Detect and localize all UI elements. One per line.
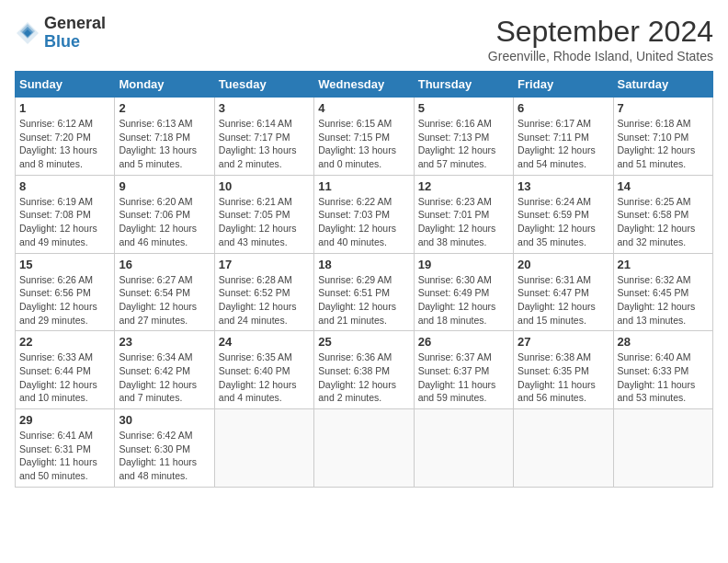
- day-number: 18: [318, 258, 409, 271]
- calendar-cell: 3Sunrise: 6:14 AM Sunset: 7:17 PM Daylig…: [214, 98, 313, 176]
- day-detail: Sunrise: 6:26 AM Sunset: 6:56 PM Dayligh…: [19, 273, 110, 327]
- location-subtitle: Greenville, Rhode Island, United States: [488, 49, 713, 63]
- calendar-week-row: 8Sunrise: 6:19 AM Sunset: 7:08 PM Daylig…: [16, 175, 713, 253]
- calendar-cell: [613, 409, 712, 488]
- day-detail: Sunrise: 6:15 AM Sunset: 7:15 PM Dayligh…: [318, 117, 409, 171]
- day-detail: Sunrise: 6:36 AM Sunset: 6:38 PM Dayligh…: [318, 350, 409, 405]
- calendar-week-row: 29Sunrise: 6:41 AM Sunset: 6:31 PM Dayli…: [16, 409, 713, 488]
- day-detail: Sunrise: 6:17 AM Sunset: 7:11 PM Dayligh…: [518, 117, 609, 171]
- calendar-cell: 10Sunrise: 6:21 AM Sunset: 7:05 PM Dayli…: [214, 175, 313, 253]
- calendar-cell: 25Sunrise: 6:36 AM Sunset: 6:38 PM Dayli…: [314, 331, 414, 409]
- calendar-cell: 8Sunrise: 6:19 AM Sunset: 7:08 PM Daylig…: [16, 175, 115, 253]
- calendar-cell: [314, 409, 414, 488]
- calendar-cell: 19Sunrise: 6:30 AM Sunset: 6:49 PM Dayli…: [414, 253, 513, 331]
- calendar-cell: 28Sunrise: 6:40 AM Sunset: 6:33 PM Dayli…: [613, 331, 712, 409]
- calendar-cell: 13Sunrise: 6:24 AM Sunset: 6:59 PM Dayli…: [514, 175, 613, 253]
- calendar-cell: 22Sunrise: 6:33 AM Sunset: 6:44 PM Dayli…: [16, 331, 115, 409]
- day-detail: Sunrise: 6:21 AM Sunset: 7:05 PM Dayligh…: [219, 195, 310, 249]
- calendar-cell: 4Sunrise: 6:15 AM Sunset: 7:15 PM Daylig…: [314, 98, 414, 176]
- day-number: 25: [318, 335, 409, 349]
- day-number: 24: [219, 335, 310, 349]
- day-detail: Sunrise: 6:42 AM Sunset: 6:30 PM Dayligh…: [119, 429, 210, 483]
- calendar-cell: 5Sunrise: 6:16 AM Sunset: 7:13 PM Daylig…: [414, 98, 513, 176]
- header-thursday: Thursday: [414, 72, 513, 98]
- calendar-cell: 14Sunrise: 6:25 AM Sunset: 6:58 PM Dayli…: [613, 175, 712, 253]
- day-detail: Sunrise: 6:40 AM Sunset: 6:33 PM Dayligh…: [618, 350, 709, 405]
- calendar-cell: 16Sunrise: 6:27 AM Sunset: 6:54 PM Dayli…: [115, 253, 214, 331]
- calendar-cell: 24Sunrise: 6:35 AM Sunset: 6:40 PM Dayli…: [214, 331, 313, 409]
- calendar-cell: 29Sunrise: 6:41 AM Sunset: 6:31 PM Dayli…: [16, 409, 115, 488]
- day-detail: Sunrise: 6:29 AM Sunset: 6:51 PM Dayligh…: [318, 273, 409, 327]
- calendar-cell: 9Sunrise: 6:20 AM Sunset: 7:06 PM Daylig…: [115, 175, 214, 253]
- day-detail: Sunrise: 6:16 AM Sunset: 7:13 PM Dayligh…: [418, 117, 509, 171]
- day-detail: Sunrise: 6:34 AM Sunset: 6:42 PM Dayligh…: [119, 350, 210, 405]
- day-number: 13: [518, 179, 609, 193]
- page-header: General Blue September 2024 Greenville, …: [15, 15, 713, 63]
- day-number: 23: [119, 335, 210, 349]
- header-friday: Friday: [514, 72, 613, 98]
- day-detail: Sunrise: 6:19 AM Sunset: 7:08 PM Dayligh…: [19, 195, 110, 249]
- header-wednesday: Wednesday: [314, 72, 414, 98]
- day-number: 19: [418, 258, 509, 271]
- calendar-cell: 11Sunrise: 6:22 AM Sunset: 7:03 PM Dayli…: [314, 175, 414, 253]
- calendar-cell: 20Sunrise: 6:31 AM Sunset: 6:47 PM Dayli…: [514, 253, 613, 331]
- day-number: 5: [418, 101, 509, 115]
- logo-icon: [15, 20, 40, 46]
- day-number: 17: [219, 258, 310, 271]
- calendar-cell: [414, 409, 513, 488]
- day-number: 16: [119, 258, 210, 271]
- day-number: 29: [19, 413, 110, 427]
- day-number: 14: [618, 179, 709, 193]
- calendar-cell: 26Sunrise: 6:37 AM Sunset: 6:37 PM Dayli…: [414, 331, 513, 409]
- day-detail: Sunrise: 6:33 AM Sunset: 6:44 PM Dayligh…: [19, 350, 110, 405]
- calendar-cell: [514, 409, 613, 488]
- day-detail: Sunrise: 6:31 AM Sunset: 6:47 PM Dayligh…: [518, 273, 609, 327]
- header-tuesday: Tuesday: [214, 72, 313, 98]
- day-number: 30: [119, 413, 210, 427]
- day-number: 4: [318, 101, 409, 115]
- header-monday: Monday: [115, 72, 214, 98]
- day-detail: Sunrise: 6:32 AM Sunset: 6:45 PM Dayligh…: [618, 273, 709, 327]
- logo: General Blue: [15, 15, 106, 52]
- day-detail: Sunrise: 6:27 AM Sunset: 6:54 PM Dayligh…: [119, 273, 210, 327]
- calendar-cell: 30Sunrise: 6:42 AM Sunset: 6:30 PM Dayli…: [115, 409, 214, 488]
- calendar-week-row: 22Sunrise: 6:33 AM Sunset: 6:44 PM Dayli…: [16, 331, 713, 409]
- day-detail: Sunrise: 6:22 AM Sunset: 7:03 PM Dayligh…: [318, 195, 409, 249]
- day-detail: Sunrise: 6:41 AM Sunset: 6:31 PM Dayligh…: [19, 429, 110, 483]
- calendar-cell: 17Sunrise: 6:28 AM Sunset: 6:52 PM Dayli…: [214, 253, 313, 331]
- calendar-cell: 23Sunrise: 6:34 AM Sunset: 6:42 PM Dayli…: [115, 331, 214, 409]
- day-number: 7: [618, 101, 709, 115]
- header-saturday: Saturday: [613, 72, 712, 98]
- day-number: 26: [418, 335, 509, 349]
- day-detail: Sunrise: 6:13 AM Sunset: 7:18 PM Dayligh…: [119, 117, 210, 171]
- day-number: 9: [119, 179, 210, 193]
- day-number: 10: [219, 179, 310, 193]
- day-number: 20: [518, 258, 609, 271]
- day-number: 1: [19, 101, 110, 115]
- calendar-cell: 15Sunrise: 6:26 AM Sunset: 6:56 PM Dayli…: [16, 253, 115, 331]
- calendar-header-row: SundayMondayTuesdayWednesdayThursdayFrid…: [16, 72, 713, 98]
- logo-blue: Blue: [44, 32, 80, 51]
- logo-text: General Blue: [44, 15, 106, 52]
- day-detail: Sunrise: 6:38 AM Sunset: 6:35 PM Dayligh…: [518, 350, 609, 405]
- logo-general: General: [44, 14, 106, 32]
- day-number: 28: [618, 335, 709, 349]
- day-number: 12: [418, 179, 509, 193]
- day-number: 6: [518, 101, 609, 115]
- day-detail: Sunrise: 6:37 AM Sunset: 6:37 PM Dayligh…: [418, 350, 509, 405]
- day-number: 2: [119, 101, 210, 115]
- day-number: 21: [618, 258, 709, 271]
- calendar-cell: 1Sunrise: 6:12 AM Sunset: 7:20 PM Daylig…: [16, 98, 115, 176]
- day-detail: Sunrise: 6:35 AM Sunset: 6:40 PM Dayligh…: [219, 350, 310, 405]
- day-detail: Sunrise: 6:25 AM Sunset: 6:58 PM Dayligh…: [618, 195, 709, 249]
- calendar-cell: 12Sunrise: 6:23 AM Sunset: 7:01 PM Dayli…: [414, 175, 513, 253]
- day-detail: Sunrise: 6:28 AM Sunset: 6:52 PM Dayligh…: [219, 273, 310, 327]
- day-detail: Sunrise: 6:20 AM Sunset: 7:06 PM Dayligh…: [119, 195, 210, 249]
- day-detail: Sunrise: 6:18 AM Sunset: 7:10 PM Dayligh…: [618, 117, 709, 171]
- day-number: 15: [19, 258, 110, 271]
- day-number: 11: [318, 179, 409, 193]
- day-number: 3: [219, 101, 310, 115]
- calendar-week-row: 15Sunrise: 6:26 AM Sunset: 6:56 PM Dayli…: [16, 253, 713, 331]
- calendar-cell: 2Sunrise: 6:13 AM Sunset: 7:18 PM Daylig…: [115, 98, 214, 176]
- day-detail: Sunrise: 6:12 AM Sunset: 7:20 PM Dayligh…: [19, 117, 110, 171]
